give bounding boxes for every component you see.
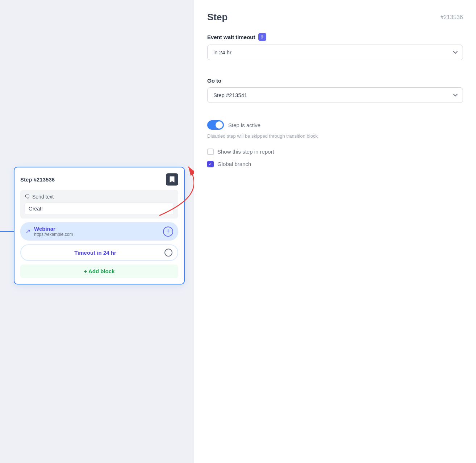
go-to-label: Go to <box>207 78 463 84</box>
webinar-url: https://example.com <box>34 232 73 237</box>
webinar-left: ↗ Webinar https://example.com <box>25 226 73 237</box>
show-in-report-row: Show this step in report <box>207 149 463 155</box>
step-card-title: Step #213536 <box>20 176 55 183</box>
timeout-block[interactable]: Timeout in 24 hr <box>20 244 178 261</box>
message-icon: 🗨 <box>25 193 30 200</box>
external-link-icon: ↗ <box>25 228 30 235</box>
send-text-content[interactable]: Great! <box>25 203 174 215</box>
timeout-connector <box>164 249 172 256</box>
right-panel: Step #213536 Event wait timeout ? in 24 … <box>194 0 476 463</box>
step-active-label: Step is active <box>228 122 260 128</box>
timeout-label: Timeout in 24 hr <box>26 250 164 256</box>
global-branch-label: Global branch <box>217 161 251 167</box>
step-active-description: Disabled step will be skipped through tr… <box>207 133 463 140</box>
event-wait-timeout-select[interactable]: in 24 hr in 12 hr in 48 hr never <box>207 45 463 60</box>
show-in-report-label: Show this step in report <box>217 149 274 155</box>
panel-title: Step <box>207 12 227 23</box>
go-to-section: Go to Step #213541 Step #213536 Step #21… <box>207 78 463 112</box>
step-active-row: Step is active <box>207 120 463 130</box>
event-wait-timeout-label: Event wait timeout ? <box>207 33 463 41</box>
add-block-button[interactable]: + Add block <box>20 264 178 278</box>
webinar-name: Webinar <box>34 226 73 232</box>
global-branch-checkbox[interactable]: ✓ <box>207 161 214 167</box>
send-text-block: 🗨 Send text Great! <box>20 190 178 218</box>
help-badge[interactable]: ? <box>258 33 266 41</box>
step-active-toggle[interactable] <box>207 120 224 130</box>
bookmark-button[interactable] <box>166 173 178 185</box>
step-card: Step #213536 🗨 Send text Great! ↗ Webina… <box>14 167 185 284</box>
event-wait-timeout-section: Event wait timeout ? in 24 hr in 12 hr i… <box>207 33 463 69</box>
go-to-select[interactable]: Step #213541 Step #213536 Step #213542 <box>207 87 463 103</box>
step-card-header: Step #213536 <box>20 173 178 185</box>
panel-header: Step #213536 <box>207 12 463 23</box>
step-id: #213536 <box>440 14 463 21</box>
send-text-label: 🗨 Send text <box>25 193 174 200</box>
webinar-block[interactable]: ↗ Webinar https://example.com + <box>20 222 178 241</box>
show-in-report-checkbox[interactable] <box>207 149 214 155</box>
webinar-text: Webinar https://example.com <box>34 226 73 237</box>
canvas-area: Step #213536 🗨 Send text Great! ↗ Webina… <box>0 0 194 463</box>
step-active-section: Step is active Disabled step will be ski… <box>207 120 463 140</box>
add-webinar-button[interactable]: + <box>163 226 173 237</box>
global-branch-row: ✓ Global branch <box>207 161 463 167</box>
